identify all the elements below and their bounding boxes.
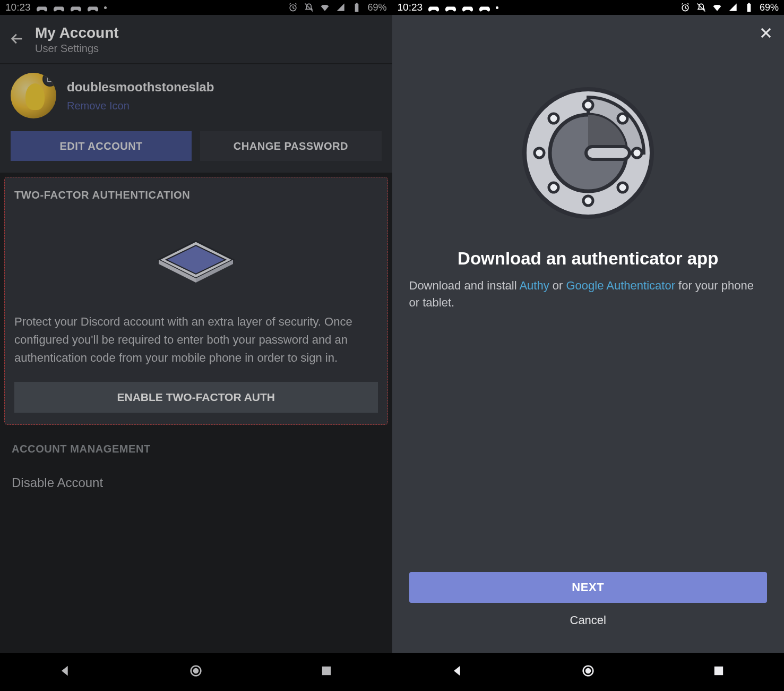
status-battery-pct: 69% [760, 2, 779, 13]
alarm-icon [680, 2, 691, 13]
two-factor-heading: TWO-FACTOR AUTHENTICATION [14, 189, 378, 201]
nav-recents-icon[interactable] [711, 663, 726, 680]
svg-rect-4 [47, 76, 52, 81]
svg-rect-3 [356, 3, 358, 4]
svg-point-29 [585, 668, 591, 674]
authy-link[interactable]: Authy [519, 279, 549, 292]
wifi-icon [320, 2, 330, 13]
svg-rect-30 [714, 667, 723, 675]
nav-back-icon[interactable] [58, 663, 73, 680]
do-not-disturb-icon [696, 2, 707, 13]
controller-icon [445, 4, 456, 11]
status-time: 10:23 [5, 2, 31, 13]
more-notifications-icon [496, 6, 498, 9]
avatar-edit-icon[interactable] [42, 73, 56, 87]
svg-point-24 [583, 196, 593, 206]
modal-title: Download an authenticator app [392, 249, 785, 269]
svg-line-1 [305, 4, 313, 12]
svg-point-11 [193, 668, 199, 674]
phone-illustration-icon [148, 228, 244, 286]
wifi-icon [712, 2, 722, 13]
android-nav-bar [392, 653, 785, 691]
svg-point-21 [618, 114, 627, 123]
android-status-bar: 10:23 69% [0, 0, 392, 15]
nav-recents-icon[interactable] [319, 663, 334, 680]
cell-signal-icon [335, 2, 346, 13]
nav-back-icon[interactable] [450, 663, 465, 680]
more-notifications-icon [104, 6, 107, 9]
page-subtitle: User Settings [35, 42, 119, 55]
svg-rect-2 [355, 4, 359, 12]
page-title: My Account [35, 24, 119, 41]
android-status-bar: 10:23 69% [392, 0, 785, 15]
remove-icon-link[interactable]: Remove Icon [67, 100, 214, 112]
controller-icon [70, 4, 82, 11]
cancel-button[interactable]: Cancel [409, 607, 768, 634]
enable-2fa-button[interactable]: ENABLE TWO-FACTOR AUTH [14, 382, 378, 413]
svg-point-22 [632, 148, 642, 158]
phone-left-account-settings: 10:23 69% My Account User Settings [0, 0, 392, 691]
account-management-heading: ACCOUNT MANAGEMENT [12, 443, 381, 455]
controller-icon [87, 4, 99, 11]
controller-icon [428, 4, 440, 11]
two-factor-section: TWO-FACTOR AUTHENTICATION Protect your D… [4, 177, 388, 425]
disable-account-item[interactable]: Disable Account [12, 471, 381, 494]
change-password-button[interactable]: CHANGE PASSWORD [200, 131, 381, 161]
profile-card: doublesmoothstoneslab Remove Icon EDIT A… [0, 64, 392, 173]
svg-rect-15 [747, 4, 751, 12]
next-button[interactable]: NEXT [409, 572, 768, 603]
svg-point-20 [583, 100, 593, 110]
account-management-section: ACCOUNT MANAGEMENT Disable Account [0, 429, 392, 500]
controller-icon [462, 4, 473, 11]
close-icon[interactable] [755, 22, 777, 44]
status-battery-pct: 69% [367, 2, 386, 13]
svg-point-25 [549, 183, 558, 192]
android-nav-bar [0, 653, 392, 691]
avatar[interactable] [11, 73, 56, 118]
back-arrow-icon[interactable] [10, 31, 24, 48]
google-authenticator-link[interactable]: Google Authenticator [566, 279, 675, 292]
controller-icon [479, 4, 490, 11]
status-time: 10:23 [398, 2, 423, 13]
controller-icon [53, 4, 65, 11]
settings-header: My Account User Settings [0, 15, 392, 63]
svg-point-27 [549, 114, 558, 123]
cell-signal-icon [728, 2, 738, 13]
svg-rect-12 [322, 667, 331, 675]
nav-home-icon[interactable] [581, 663, 596, 680]
alarm-icon [288, 2, 298, 13]
modal-body-mid: or [549, 279, 566, 292]
authenticator-modal: Download an authenticator app Download a… [392, 15, 785, 653]
controller-icon [36, 4, 48, 11]
svg-point-26 [535, 148, 544, 158]
svg-point-23 [618, 183, 627, 192]
two-factor-description: Protect your Discord account with an ext… [14, 313, 378, 367]
username-label: doublesmoothstoneslab [67, 80, 214, 95]
do-not-disturb-icon [304, 2, 314, 13]
svg-rect-16 [748, 3, 749, 4]
authenticator-vault-icon [514, 79, 662, 227]
svg-line-14 [697, 4, 705, 12]
modal-body: Download and install Authy or Google Aut… [392, 277, 785, 311]
svg-rect-19 [586, 147, 630, 159]
phone-right-authenticator-modal: 10:23 69% [392, 0, 785, 691]
edit-account-button[interactable]: EDIT ACCOUNT [11, 131, 192, 161]
modal-body-pre: Download and install [409, 279, 520, 292]
battery-icon [744, 2, 754, 13]
nav-home-icon[interactable] [188, 663, 203, 680]
battery-icon [351, 2, 362, 13]
